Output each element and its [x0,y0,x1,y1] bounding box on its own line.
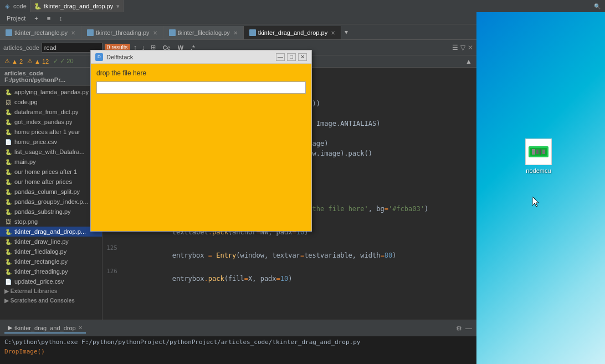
svg-rect-3 [536,150,539,154]
tab-close-4[interactable]: ✕ [331,30,335,36]
terminal-content: C:\python\python.exe F:/python/pythonPro… [0,336,476,364]
file-item-dataframe[interactable]: 🐍 dataframe_from_dict.py [0,107,102,117]
file-item-got-index[interactable]: 🐍 got_index_pandas.py [0,117,102,127]
menu-bar: Project + ≡ ↕ [0,12,476,24]
menu-project[interactable]: Project [2,12,30,24]
search-replace-icon[interactable]: ☰ [452,44,458,52]
terminal-close-btn[interactable]: ✕ [78,325,83,331]
img-file-icon-1: 🖼 [4,98,12,106]
terminal-bar: ▶ tkinter_drag_and_drop ✕ ⚙ — [0,320,476,336]
file-tree: articles_code F:/python/pythonPr... 🐍 ap… [0,68,102,320]
menu-add[interactable]: + [30,12,42,24]
tab-tkinter-drag-drop[interactable]: tkinter_drag_and_drop.py ✕ [244,26,341,39]
svg-rect-2 [532,149,535,155]
file-item-pandas-column[interactable]: 🐍 pandas_column_split.py [0,187,102,197]
csv-file-icon-1: 📄 [4,138,12,146]
terminal-right-controls: ⚙ — [456,325,472,332]
py-file-icon-15: 🐍 [4,258,12,265]
file-item-home-price-csv[interactable]: 📄 home_price.csv [0,137,102,147]
tab-bar: tkinter_rectangle.py ✕ tkinter_threading… [0,24,476,40]
desktop-background [472,0,605,364]
file-item-our-home-prices[interactable]: 🐍 our home prices after 1 [0,167,102,177]
py-file-icon-7: 🐍 [4,168,12,176]
search-filter-icon[interactable]: ▽ [460,44,465,52]
file-tree-section: 🐍 applying_lamda_pandas.py 🖼 code.jpg 🐍 … [0,86,102,306]
taskbar-dropdown-icon[interactable]: ▾ [116,3,120,10]
file-item-list-usage[interactable]: 🐍 list_usage_with_Datafra... [0,147,102,157]
search-scope-label: articles_code [3,44,39,51]
img-file-icon-2: 🖼 [4,218,12,225]
file-item-updated-price[interactable]: 📄 updated_price.csv [0,276,102,286]
search-close-btn[interactable]: ✕ [468,44,473,52]
tab-py-icon-3 [169,29,176,36]
file-item-tkinter-drag[interactable]: 🐍 tkinter_drag_and_drop.p... [0,227,102,237]
py-file-icon-1: 🐍 [4,88,12,96]
tab-tkinter-filedialog[interactable]: tkinter_filedialog.py ✕ [163,26,244,39]
tab-py-icon-4 [249,29,256,36]
terminal-settings-icon[interactable]: ⚙ [456,325,462,332]
tkinter-maximize-btn[interactable]: □ [287,53,296,61]
file-item-stop-png[interactable]: 🖼 stop.png [0,217,102,227]
tab-tkinter-threading[interactable]: tkinter_threading.py ✕ [81,26,163,39]
scratches-section[interactable]: ▶ Scratches and Consoles [0,296,102,305]
ok-badge: ✓ ✓ 20 [53,58,73,65]
py-file-icon-2: 🐍 [4,108,12,116]
desktop-nodemcu-icon[interactable]: nodemcu [516,139,561,174]
nodemcu-svg [527,143,550,160]
py-file-icon-4: 🐍 [4,128,12,136]
csv-file-icon-2: 📄 [4,278,12,285]
file-item-tkinter-filedialog[interactable]: 🐍 tkinter_filedialog.py [0,247,102,257]
taskbar-right: 🔍 [592,2,605,11]
py-file-icon-13: 🐍 [4,238,12,245]
tab-close-1[interactable]: ✕ [71,30,75,36]
py-file-icon-12: 🐍 [4,228,12,235]
terminal-icon: ▶ [8,324,12,331]
py-file-icon-9: 🐍 [4,188,12,196]
tab-close-3[interactable]: ✕ [233,30,238,36]
file-item-code-jpg[interactable]: 🖼 code.jpg [0,97,102,107]
py-file-icon-10: 🐍 [4,198,12,206]
file-item-pandas-groupby[interactable]: 🐍 pandas_groupby_index.p... [0,197,102,207]
desktop-icon-label: nodemcu [526,167,551,174]
tab-py-icon-2 [87,29,94,36]
py-file-icon-14: 🐍 [4,248,12,255]
file-item-home-prices[interactable]: 🐍 home prices after 1 year [0,127,102,137]
tab-close-2[interactable]: ✕ [153,30,157,36]
file-item-tkinter-threading[interactable]: 🐍 tkinter_threading.py [0,266,102,276]
terminal-minimize-icon[interactable]: — [465,325,472,332]
taskbar-item-code[interactable]: ◈ code [0,0,30,12]
file-item-tkinter-draw[interactable]: 🐍 tkinter_draw_line.py [0,237,102,247]
tkinter-body: drop the file here [91,64,311,231]
py-file-icon-6: 🐍 [4,158,12,166]
tkinter-canvas [96,98,306,225]
tab-py-icon-1 [6,29,12,36]
error-expand-btn[interactable]: ▲ [465,58,472,65]
tkinter-entry-input[interactable] [96,81,306,94]
terminal-bottom-label: DropImage() [4,348,472,355]
warning-badge-1: ⚠ ▲ 2 [4,58,23,65]
tkinter-close-btn[interactable]: ✕ [298,53,307,61]
external-libraries-section[interactable]: ▶ External Libraries [0,286,102,296]
py-file-icon-5: 🐍 [4,148,12,156]
code-icon: ◈ [3,2,11,10]
code-line-126: 126 entrybox.pack(fill=X, padx=10) [102,267,476,290]
file-item-applying-lamda[interactable]: 🐍 applying_lamda_pandas.py [0,87,102,97]
file-item-main[interactable]: 🐍 main.py [0,157,102,167]
taskbar-search-icon[interactable]: 🔍 [593,2,602,11]
tkinter-window: D Delftstack — □ ✕ drop the file here [90,50,312,232]
tkinter-window-controls: — □ ✕ [276,53,307,61]
menu-list[interactable]: ≡ [43,12,55,24]
tab-tkinter-rectangle[interactable]: tkinter_rectangle.py ✕ [0,26,81,39]
tkinter-window-title: Delftstack [106,54,276,60]
tkinter-minimize-btn[interactable]: — [276,53,285,61]
tkinter-titlebar: D Delftstack — □ ✕ [91,50,311,64]
file-item-tkinter-rectangle[interactable]: 🐍 tkinter_rectangle.py [0,257,102,266]
svg-rect-4 [540,149,541,155]
svg-rect-5 [542,150,545,154]
file-item-our-home-after[interactable]: 🐍 our home after prices [0,177,102,187]
file-item-pandas-substring[interactable]: 🐍 pandas_substring.py [0,207,102,217]
menu-expand[interactable]: ↕ [55,12,67,24]
taskbar-item-tkinter[interactable]: 🐍 tkinter_drag_and_drop.py ▾ [30,0,124,12]
terminal-tab[interactable]: ▶ tkinter_drag_and_drop ✕ [4,323,86,334]
tab-dropdown-btn[interactable]: ▾ [341,28,351,36]
